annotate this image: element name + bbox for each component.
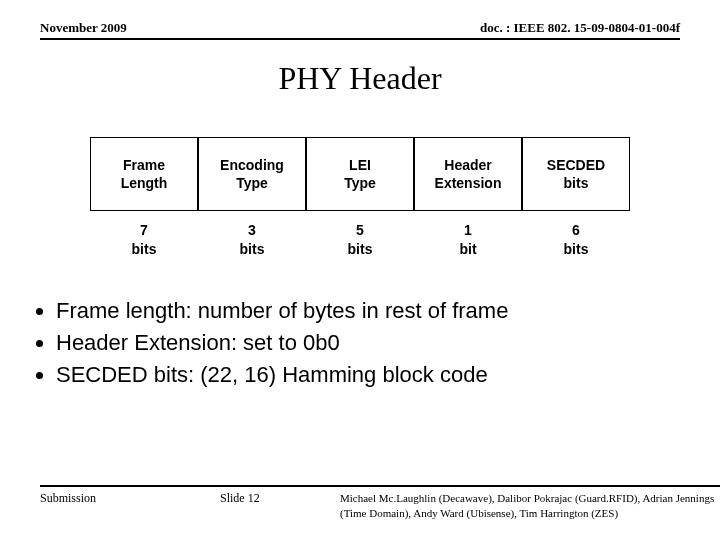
- header-bar: November 2009 doc. : IEEE 802. 15-09-080…: [40, 20, 680, 40]
- field-bits-cell: 6bits: [522, 221, 630, 257]
- field-bits-cell: 7bits: [90, 221, 198, 257]
- field-name-cell: FrameLength: [90, 137, 198, 211]
- footer-slide-number: Slide 12: [220, 491, 340, 506]
- bullet-item: Header Extension: set to 0b0: [56, 330, 690, 356]
- field-bits-row: 7bits 3bits 5bits 1bit 6bits: [90, 221, 630, 257]
- bullet-item: Frame length: number of bytes in rest of…: [56, 298, 690, 324]
- field-name-row: FrameLength EncodingType LEIType HeaderE…: [90, 137, 630, 211]
- field-bits-cell: 3bits: [198, 221, 306, 257]
- footer-authors: Michael Mc.Laughlin (Decawave), Dalibor …: [340, 491, 720, 520]
- field-name-cell: SECDEDbits: [522, 137, 630, 211]
- field-name-cell: HeaderExtension: [414, 137, 522, 211]
- phy-header-table: FrameLength EncodingType LEIType HeaderE…: [90, 137, 630, 258]
- bullets-section: Frame length: number of bytes in rest of…: [30, 298, 690, 388]
- header-doc: doc. : IEEE 802. 15-09-0804-01-004f: [480, 20, 680, 36]
- field-bits-cell: 1bit: [414, 221, 522, 257]
- field-name-cell: EncodingType: [198, 137, 306, 211]
- footer-bar: Submission Slide 12 Michael Mc.Laughlin …: [40, 485, 720, 520]
- page-title: PHY Header: [0, 60, 720, 97]
- footer-left: Submission: [40, 491, 220, 506]
- bullet-item: SECDED bits: (22, 16) Hamming block code: [56, 362, 690, 388]
- field-bits-cell: 5bits: [306, 221, 414, 257]
- header-date: November 2009: [40, 20, 127, 36]
- field-name-cell: LEIType: [306, 137, 414, 211]
